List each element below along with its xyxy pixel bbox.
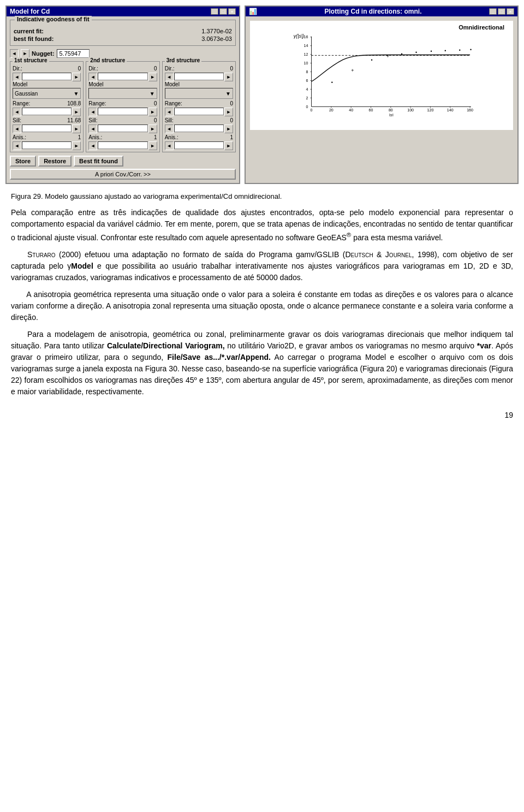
struct-2-model-dropdown[interactable]: ▼ — [88, 88, 157, 99]
svg-text:2: 2 — [306, 96, 308, 100]
svg-text:•: • — [401, 51, 402, 57]
model-titlebar: Model for Cd _ □ × — [7, 7, 239, 16]
svg-text:+: + — [386, 54, 389, 59]
struct-1-dir-label: Dir.: — [13, 66, 22, 72]
struct-2-dir-next[interactable]: ► — [148, 73, 157, 81]
struct-1-range-value: 108.8 — [67, 100, 81, 106]
plot-window: 📊 Plotting Cd in directions: omni. _ □ ×… — [245, 5, 519, 184]
struct-2-dir-value: 0 — [154, 66, 157, 72]
plot-minimize-button[interactable]: _ — [489, 8, 497, 15]
struct-1-range-label: Range: — [13, 100, 30, 106]
struct-3-title: 3rd structure — [165, 57, 202, 63]
svg-text:40: 40 — [349, 108, 353, 112]
svg-text:16: 16 — [303, 35, 308, 39]
struct-2-title: 2nd structure — [88, 57, 127, 63]
struct-1-dropdown-arrow: ▼ — [73, 91, 79, 97]
struct-3-anis-value: 1 — [230, 134, 233, 140]
struct-2-anis-value: 1 — [154, 134, 157, 140]
file-save-as-text: File/Save as.../*.var/Append. — [168, 353, 271, 361]
struct-3-anis-next[interactable]: ► — [224, 141, 233, 150]
structures-row: 1st structure Dir.: 0 ◄ ► Model — [10, 61, 236, 152]
struct-2-anis-next[interactable]: ► — [148, 141, 157, 150]
plot-close-button[interactable]: × — [507, 8, 514, 15]
struct-2-sill-next[interactable]: ► — [148, 125, 157, 133]
struct-1-dir-next[interactable]: ► — [72, 73, 81, 81]
struct-2-anis-prev[interactable]: ◄ — [88, 141, 97, 150]
struct-3-anis-prev[interactable]: ◄ — [165, 141, 174, 150]
struct-1-dir-value: 0 — [78, 66, 81, 72]
svg-text:4: 4 — [306, 87, 308, 92]
struct-2-range-prev[interactable]: ◄ — [88, 108, 97, 116]
struct-3-dir-value: 0 — [230, 66, 233, 72]
plot-title: Plotting Cd in directions: omni. — [325, 8, 422, 15]
struct-1-range-next[interactable]: ► — [72, 108, 81, 116]
struct-3-range-prev[interactable]: ◄ — [165, 108, 174, 116]
paragraph-4: Para a modelagem de anisotropia, geométr… — [11, 329, 513, 398]
struct-1-anis-label: Anis.: — [13, 134, 26, 140]
svg-text:12: 12 — [303, 52, 308, 57]
apriori-button[interactable]: A priori Cov./Corr. >> — [10, 169, 236, 180]
sturaro-text: Sturaro — [27, 250, 56, 259]
struct-3-sill-next[interactable]: ► — [224, 125, 233, 133]
struct-1-anis-next[interactable]: ► — [72, 141, 81, 150]
svg-text:6: 6 — [306, 79, 308, 83]
struct-3-sill-prev[interactable]: ◄ — [165, 125, 174, 133]
struct-2-range-label: Range: — [88, 100, 106, 106]
struct-2-anis-label: Anis.: — [88, 134, 102, 140]
struct-3-dir-next[interactable]: ► — [224, 73, 233, 81]
struct-1-range-prev[interactable]: ◄ — [13, 108, 21, 116]
struct-1-sill-label: Sill: — [13, 117, 21, 123]
svg-text:20: 20 — [329, 108, 334, 112]
maximize-button[interactable]: □ — [219, 8, 227, 15]
svg-text:0: 0 — [306, 105, 308, 109]
struct-1-model-dropdown[interactable]: Gaussian ▼ — [13, 88, 81, 99]
struct-3-range-value: 0 — [230, 100, 233, 106]
goodness-of-fit-group: Indicative goodness of fit current fit: … — [10, 20, 236, 46]
struct-1-anis-prev[interactable]: ◄ — [13, 141, 21, 150]
struct-3-dropdown-arrow: ▼ — [225, 91, 231, 97]
struct-1-sill-next[interactable]: ► — [72, 125, 81, 133]
figure-caption: Figura 29. Modelo gaussiano ajustado ao … — [11, 192, 513, 200]
struct-2-range-value: 0 — [154, 100, 157, 106]
best-fit-label: best fit found: — [14, 35, 53, 42]
nugget-label: Nugget: — [32, 50, 55, 57]
struct-2-dropdown-arrow: ▼ — [150, 91, 155, 97]
struct-2-sill-prev[interactable]: ◄ — [88, 125, 97, 133]
best-fit-button[interactable]: Best fit found — [74, 156, 123, 167]
svg-text:160: 160 — [467, 108, 473, 112]
svg-text:•: • — [444, 48, 446, 54]
struct-1-title: 1st structure — [13, 57, 49, 63]
deutsch-journel-text: Deutsch & Journel — [345, 250, 412, 259]
variogram-chart: γ(|s|) 0 2 4 6 8 — [253, 32, 510, 116]
titlebar-buttons: _ □ × — [211, 8, 236, 15]
svg-text:•: • — [331, 80, 333, 85]
svg-text:•: • — [371, 57, 373, 63]
plot-maximize-button[interactable]: □ — [498, 8, 505, 15]
struct-3-dir-label: Dir.: — [165, 66, 175, 72]
restore-button[interactable]: Restore — [38, 156, 72, 167]
struct-3-sill-value: 0 — [230, 117, 233, 123]
close-button[interactable]: × — [228, 8, 236, 15]
struct-3-model-dropdown[interactable]: ▼ — [165, 88, 233, 99]
model-content: Indicative goodness of fit current fit: … — [7, 16, 239, 183]
struct-1-model-label: Model — [13, 81, 27, 87]
struct-2-range-next[interactable]: ► — [148, 108, 157, 116]
nugget-prev-button[interactable]: ◄ — [10, 49, 19, 58]
struct-1-dir-prev[interactable]: ◄ — [13, 73, 21, 81]
struct-2-dir-prev[interactable]: ◄ — [88, 73, 97, 81]
nugget-next-button[interactable]: ► — [21, 49, 29, 58]
omnidirectional-label: Omnidirectional — [253, 24, 510, 31]
minimize-button[interactable]: _ — [211, 8, 218, 15]
store-button[interactable]: Store — [10, 156, 36, 167]
model-cd-window: Model for Cd _ □ × Indicative goodness o… — [5, 5, 240, 184]
structure-3-box: 3rd structure Dir.: 0 ◄ ► Model — [162, 61, 236, 152]
struct-2-sill-label: Sill: — [88, 117, 97, 123]
struct-3-range-next[interactable]: ► — [224, 108, 233, 116]
paragraph-2: Sturaro (2000) efetuou uma adaptação no … — [11, 249, 513, 283]
structure-2-box: 2nd structure Dir.: 0 ◄ ► Model — [86, 61, 159, 152]
struct-3-dir-prev[interactable]: ◄ — [165, 73, 174, 81]
struct-1-sill-prev[interactable]: ◄ — [13, 125, 21, 133]
svg-text:•: • — [459, 48, 461, 53]
current-fit-label: current fit: — [14, 28, 44, 34]
paragraph-3: A anisotropia geométrica representa uma … — [11, 289, 513, 323]
